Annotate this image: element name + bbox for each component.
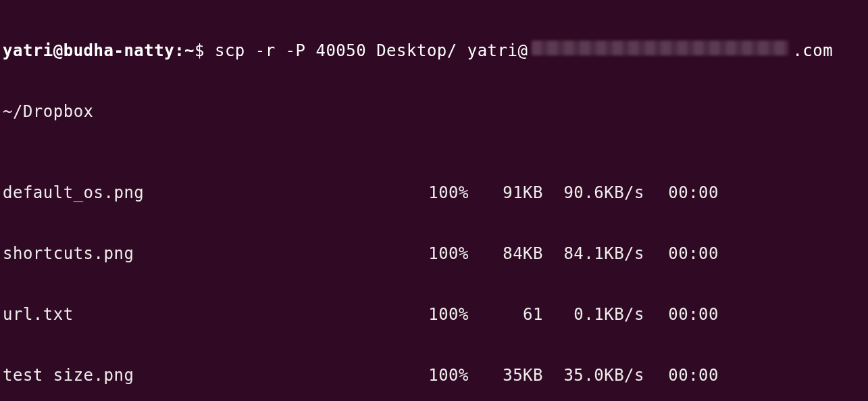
file-rate: 90.6KB/s	[543, 183, 644, 203]
file-name: shortcuts.png	[3, 243, 415, 264]
prompt-user-host: yatri@budha-natty	[3, 41, 174, 61]
file-eta: 00:00	[644, 183, 719, 203]
file-eta: 00:00	[644, 243, 719, 264]
file-name: url.txt	[3, 304, 415, 325]
file-eta: 00:00	[644, 365, 719, 385]
file-percent: 100%	[415, 365, 469, 385]
transfer-row: shortcuts.png 100% 84KB 84.1KB/s 00:00	[3, 243, 865, 264]
prompt-path: ~	[184, 41, 195, 61]
command-continuation: ~/Dropbox	[3, 101, 865, 122]
transfer-row: test size.png 100% 35KB 35.0KB/s 00:00	[3, 365, 865, 385]
file-eta: 00:00	[644, 304, 719, 325]
file-percent: 100%	[415, 243, 469, 264]
file-size: 84KB	[469, 243, 543, 264]
file-percent: 100%	[415, 183, 469, 203]
terminal-pane-top[interactable]: yatri@budha-natty:~$ scp -r -P 40050 Des…	[0, 0, 868, 401]
prompt-sep: :	[174, 41, 184, 61]
file-size: 35KB	[469, 365, 543, 385]
prompt-line: yatri@budha-natty:~$ scp -r -P 40050 Des…	[3, 41, 865, 61]
redacted-hostname	[532, 41, 788, 55]
file-size: 61	[469, 304, 543, 325]
file-rate: 0.1KB/s	[543, 304, 644, 325]
file-percent: 100%	[415, 304, 469, 325]
transfer-row: default_os.png 100% 91KB 90.6KB/s 00:00	[3, 183, 865, 203]
file-rate: 35.0KB/s	[543, 365, 644, 385]
command-text-post: .com	[792, 41, 833, 61]
command-cont-text: ~/Dropbox	[3, 101, 94, 122]
file-size: 91KB	[469, 183, 543, 203]
file-name: test size.png	[3, 365, 415, 385]
file-name: default_os.png	[3, 183, 415, 203]
prompt-char: $	[195, 41, 215, 61]
command-text-pre: scp -r -P 40050 Desktop/ yatri@	[215, 41, 528, 61]
transfer-row: url.txt 100% 61 0.1KB/s 00:00	[3, 304, 865, 325]
file-rate: 84.1KB/s	[543, 243, 644, 264]
